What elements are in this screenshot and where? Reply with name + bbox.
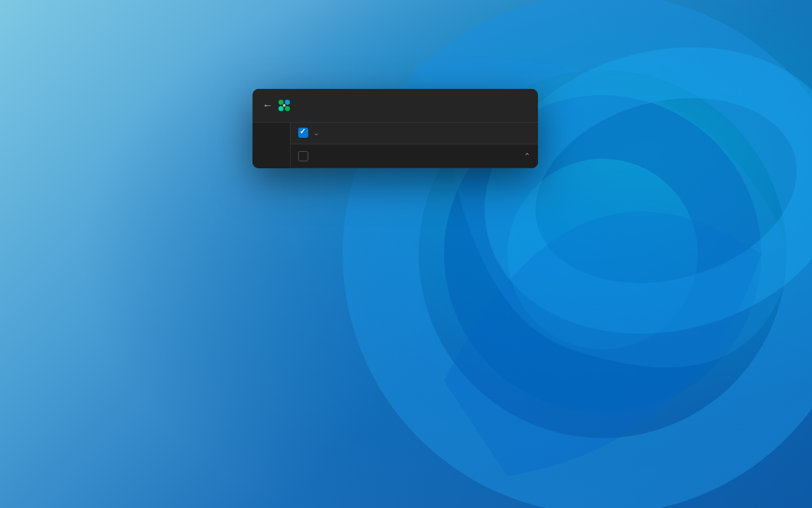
svg-point-6 xyxy=(285,100,290,105)
svg-point-5 xyxy=(278,100,284,105)
svg-rect-1 xyxy=(0,0,812,508)
title-bar: ← xyxy=(252,89,538,123)
svg-point-9 xyxy=(283,104,285,107)
svg-point-4 xyxy=(483,39,812,342)
svg-point-2 xyxy=(299,0,812,508)
content-area[interactable]: ⌄ ⌃ xyxy=(291,123,538,168)
system-items-checkbox[interactable] xyxy=(298,128,308,138)
main-layout: ⌄ ⌃ xyxy=(252,123,538,168)
svg-point-7 xyxy=(278,106,284,111)
app-window: ← ⌄ xyxy=(252,89,538,168)
sidebar xyxy=(252,123,291,168)
svg-rect-0 xyxy=(0,0,812,508)
close-button[interactable] xyxy=(510,97,528,114)
system-items-header[interactable]: ⌄ xyxy=(291,123,538,144)
svg-point-8 xyxy=(285,106,290,111)
other-items-header[interactable]: ⌃ xyxy=(291,144,538,168)
back-button[interactable]: ← xyxy=(263,100,273,111)
system-items-chevron: ⌄ xyxy=(313,129,319,137)
window-controls xyxy=(487,97,528,114)
other-items-size: ⌃ xyxy=(521,152,530,161)
other-items-checkbox[interactable] xyxy=(298,151,308,161)
app-icon xyxy=(278,99,291,112)
minimize-button[interactable] xyxy=(487,97,505,114)
